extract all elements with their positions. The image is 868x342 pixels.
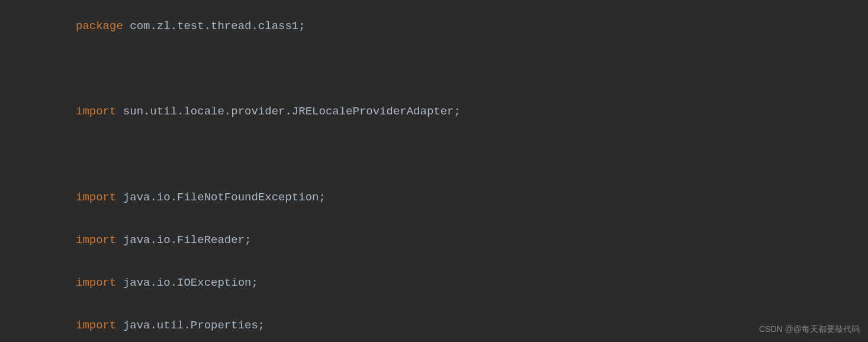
code-line-blank bbox=[12, 144, 868, 165]
keyword-import: import bbox=[76, 105, 116, 118]
code-line: import java.io.IOException; bbox=[12, 272, 868, 293]
package-path: com.zl.test.thread.class1; bbox=[123, 20, 306, 33]
keyword-import: import bbox=[76, 191, 116, 204]
keyword-import: import bbox=[76, 276, 116, 289]
watermark-text: CSDN @@每天都要敲代码 bbox=[759, 321, 860, 337]
import-path: java.io.IOException; bbox=[116, 276, 258, 289]
code-line: import java.io.FileReader; bbox=[12, 229, 868, 251]
import-path: java.io.FileReader; bbox=[116, 234, 251, 247]
code-line: import java.io.FileNotFoundException; bbox=[12, 187, 868, 208]
keyword-package: package bbox=[76, 20, 123, 33]
code-editor[interactable]: package com.zl.test.thread.class1; impor… bbox=[0, 0, 868, 342]
keyword-import: import bbox=[76, 234, 116, 247]
import-path: java.util.Properties; bbox=[116, 319, 265, 332]
keyword-import: import bbox=[76, 319, 116, 332]
import-path: sun.util.locale.provider.JRELocaleProvid… bbox=[116, 105, 461, 118]
code-line: import java.util.Properties; bbox=[12, 315, 868, 336]
code-line-blank bbox=[12, 58, 868, 79]
code-line: package com.zl.test.thread.class1; bbox=[12, 15, 868, 37]
import-path: java.io.FileNotFoundException; bbox=[116, 191, 325, 204]
code-line: import sun.util.locale.provider.JRELocal… bbox=[12, 101, 868, 122]
